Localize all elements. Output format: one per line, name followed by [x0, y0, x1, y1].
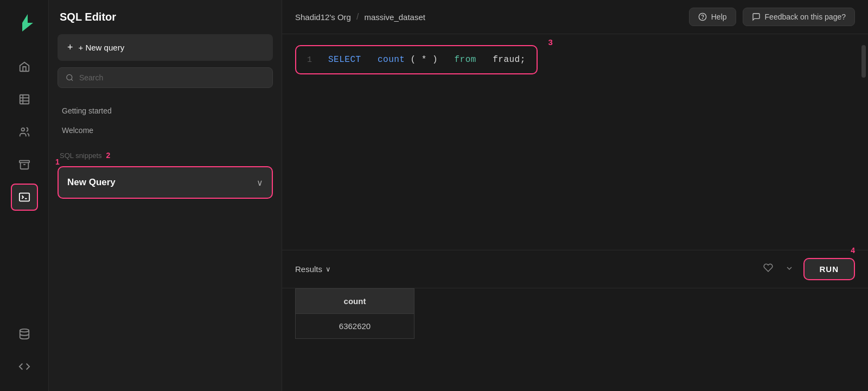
table-icon — [18, 93, 30, 105]
breadcrumb-org: Shadid12's Org — [295, 12, 351, 22]
code-space3 — [482, 55, 487, 65]
annotation-4-badge: 4 — [851, 246, 855, 255]
code-star: * — [422, 55, 427, 65]
top-actions: Help Feedback on this page? — [689, 8, 855, 26]
svg-rect-6 — [19, 161, 29, 163]
nav-welcome[interactable]: Welcome — [58, 121, 273, 140]
main-area: Shadid12's Org / massive_dataset Help Fe… — [282, 0, 868, 391]
search-icon — [66, 73, 74, 82]
icon-sidebar — [0, 0, 49, 391]
run-label: RUN — [820, 264, 839, 274]
cell-count-value: 6362620 — [296, 314, 414, 339]
heart-button[interactable] — [761, 261, 775, 278]
table-row: 6362620 — [296, 314, 414, 339]
line-number: 1 — [307, 55, 312, 65]
snippets-label: SQL snippets — [58, 152, 102, 160]
run-button[interactable]: RUN — [803, 258, 856, 280]
query-item-label: New Query — [67, 177, 116, 188]
results-area: Results ∨ 4 RUN — [282, 250, 868, 391]
search-input[interactable] — [79, 73, 265, 82]
code-content: SELECT count ( * ) from fraud; — [328, 55, 526, 65]
query-panel: SQL Editor + + New query Getting started… — [49, 0, 282, 391]
svg-point-10 — [67, 74, 72, 80]
plus-icon: + — [67, 42, 73, 53]
col-header-count: count — [296, 289, 414, 314]
code-icon — [18, 361, 30, 373]
code-close-paren: ) — [432, 55, 438, 65]
logo-area — [12, 11, 36, 37]
search-bar — [58, 67, 273, 88]
keyword-from: from — [454, 55, 476, 65]
feedback-button[interactable]: Feedback on this page? — [743, 8, 855, 26]
chat-icon — [752, 12, 761, 21]
panel-title: SQL Editor — [58, 11, 273, 23]
svg-line-11 — [71, 79, 73, 81]
sidebar-item-database[interactable] — [11, 320, 38, 348]
svg-point-9 — [20, 329, 29, 332]
code-space2 — [443, 55, 449, 65]
terminal-icon — [18, 191, 30, 203]
code-table: fraud; — [493, 55, 526, 65]
nav-getting-started[interactable]: Getting started — [58, 101, 273, 121]
annotation-2-badge: 2 — [106, 151, 111, 160]
sidebar-item-terminal[interactable] — [11, 184, 38, 211]
breadcrumb-dataset: massive_dataset — [364, 12, 425, 22]
sidebar-item-users[interactable] — [11, 118, 38, 146]
svg-marker-0 — [17, 14, 33, 31]
results-table: count 6362620 — [295, 288, 414, 339]
keyword-select: SELECT — [328, 55, 361, 65]
sidebar-item-home[interactable] — [11, 53, 38, 80]
chevron-down-icon — [785, 264, 794, 273]
annotation-1-badge: 1 — [55, 157, 60, 166]
archive-icon — [18, 159, 30, 171]
help-button[interactable]: Help — [689, 8, 736, 26]
code-space — [367, 55, 372, 65]
svg-point-5 — [21, 128, 24, 131]
results-dropdown-button[interactable]: Results ∨ — [295, 264, 331, 274]
snippets-row: SQL snippets 2 — [58, 140, 273, 166]
home-icon — [18, 61, 30, 73]
sidebar-item-table[interactable] — [11, 86, 38, 113]
code-block: 1 SELECT count ( * ) from fraud; 3 — [295, 45, 538, 74]
top-bar: Shadid12's Org / massive_dataset Help Fe… — [282, 0, 868, 34]
sidebar-item-archive[interactable] — [11, 151, 38, 178]
new-query-button[interactable]: + + New query — [58, 34, 273, 61]
chevron-down-icon: ∨ — [257, 178, 263, 188]
breadcrumb: Shadid12's Org / massive_dataset — [295, 12, 685, 22]
users-icon — [18, 126, 30, 138]
help-label: Help — [711, 12, 727, 21]
more-options-button[interactable] — [781, 262, 798, 277]
results-toolbar: Results ∨ 4 RUN — [282, 250, 868, 288]
results-table-wrap: count 6362620 — [282, 288, 868, 352]
keyword-count: count — [378, 55, 405, 65]
feedback-label: Feedback on this page? — [765, 12, 846, 21]
question-icon — [698, 12, 707, 21]
heart-icon — [763, 263, 773, 273]
results-label: Results — [295, 264, 322, 274]
svg-rect-1 — [20, 95, 29, 104]
supabase-logo — [12, 11, 36, 35]
breadcrumb-separator: / — [356, 12, 359, 22]
annotation-3-badge: 3 — [548, 37, 552, 47]
svg-rect-7 — [19, 193, 29, 201]
svg-point-13 — [702, 18, 703, 19]
code-open-paren: ( — [411, 55, 416, 65]
new-query-label: + New query — [79, 43, 125, 52]
sidebar-item-code[interactable] — [11, 353, 38, 380]
run-btn-wrapper: 4 RUN — [803, 258, 856, 280]
results-chevron-icon: ∨ — [326, 265, 331, 273]
query-item[interactable]: 1 New Query ∨ — [58, 166, 273, 199]
editor-area[interactable]: 1 SELECT count ( * ) from fraud; 3 — [282, 34, 868, 250]
scrollbar[interactable] — [861, 45, 866, 78]
database-icon — [18, 328, 30, 340]
